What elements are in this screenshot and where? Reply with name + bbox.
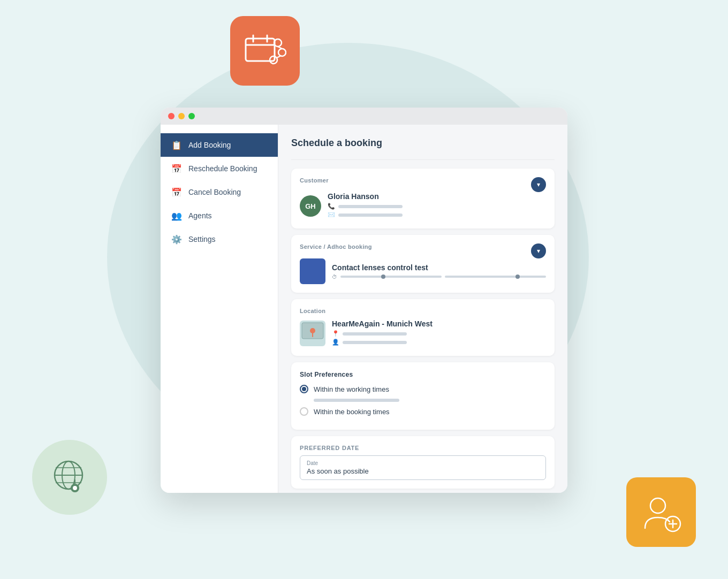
globe-card — [32, 440, 107, 515]
date-field-label: Date — [307, 460, 539, 466]
add-booking-icon: 📋 — [171, 140, 182, 150]
email-info-line — [338, 214, 403, 217]
sidebar-item-label-cancel: Cancel Booking — [188, 188, 241, 196]
customer-info: Gloria Hanson 📞 ✉️ — [328, 192, 546, 220]
slot-booking-times-label: Within the booking times — [314, 408, 390, 416]
preferred-date-section-label: PREFERRED DATE — [300, 445, 546, 451]
divider — [291, 159, 555, 160]
slider-bar-1 — [340, 276, 442, 278]
phone-info-line — [338, 205, 403, 208]
location-extra-row: 👤 — [332, 339, 433, 346]
main-content: Schedule a booking Customer ▾ GH Gloria … — [278, 125, 567, 493]
slider-icon: ⏱ — [332, 274, 337, 280]
svg-point-22 — [310, 328, 315, 333]
date-field-value: As soon as possible — [307, 467, 539, 475]
slot-preferences-card: Slot Preferences Within the working time… — [291, 362, 555, 430]
working-times-sub-line — [314, 399, 399, 402]
location-address-row: 📍 — [332, 330, 433, 337]
slider-thumb-1 — [381, 275, 385, 279]
location-info: HearMeAgain - Munich West 📍 👤 — [332, 319, 433, 347]
customer-section-label: Customer — [300, 177, 329, 184]
page-title: Schedule a booking — [291, 138, 555, 149]
location-row: HearMeAgain - Munich West 📍 👤 — [300, 319, 546, 347]
email-icon: ✉️ — [328, 211, 335, 218]
phone-icon: 📞 — [328, 203, 335, 210]
slider-thumb-2 — [515, 275, 520, 279]
maximize-button[interactable] — [188, 113, 195, 119]
customer-dropdown-button[interactable]: ▾ — [531, 177, 546, 192]
customer-email-row: ✉️ — [328, 211, 546, 218]
date-input[interactable]: Date As soon as possible — [300, 455, 546, 480]
location-person-icon: 👤 — [332, 339, 339, 346]
sidebar-item-add-booking[interactable]: 📋 Add Booking — [161, 133, 278, 157]
slot-working-times-label: Within the working times — [314, 385, 389, 393]
service-card: Service / Adhoc booking ▾ Contact lenses… — [291, 235, 555, 293]
slot-preferences-label: Slot Preferences — [300, 371, 546, 378]
service-info: Contact lenses control test ⏱ — [332, 263, 546, 280]
service-name: Contact lenses control test — [332, 263, 546, 272]
sidebar-item-label-agents: Agents — [188, 211, 212, 220]
svg-line-7 — [278, 47, 282, 49]
location-map-thumbnail — [300, 321, 325, 346]
radio-booking-times[interactable] — [300, 407, 308, 416]
app-window: 📋 Add Booking 📅 Reschedule Booking 📅 Can… — [161, 108, 567, 493]
service-row: Contact lenses control test ⏱ — [300, 258, 546, 284]
sidebar-item-label-reschedule: Reschedule Booking — [188, 164, 257, 173]
customer-row: GH Gloria Hanson 📞 ✉️ — [300, 192, 546, 220]
title-bar — [161, 108, 567, 125]
agents-icon: 👥 — [171, 210, 182, 221]
settings-icon: ⚙️ — [171, 234, 182, 245]
sidebar-item-label-add-booking: Add Booking — [188, 141, 231, 149]
sidebar: 📋 Add Booking 📅 Reschedule Booking 📅 Can… — [161, 125, 278, 493]
radio-working-times[interactable] — [300, 385, 308, 393]
svg-point-16 — [73, 486, 77, 490]
svg-point-17 — [650, 498, 665, 513]
slot-option-working-times[interactable]: Within the working times — [300, 385, 546, 393]
service-dropdown-button[interactable]: ▾ — [531, 243, 546, 258]
minimize-button[interactable] — [178, 113, 185, 119]
sidebar-item-reschedule-booking[interactable]: 📅 Reschedule Booking — [161, 157, 278, 180]
location-section-label: Location — [300, 308, 546, 314]
reschedule-booking-icon: 📅 — [171, 163, 182, 174]
customer-name: Gloria Hanson — [328, 192, 546, 201]
sidebar-item-label-settings: Settings — [188, 235, 216, 243]
location-address-line — [343, 332, 407, 336]
slider-bar-2 — [445, 276, 546, 278]
service-thumbnail — [300, 258, 325, 284]
location-name: HearMeAgain - Munich West — [332, 319, 433, 328]
location-card: Location HearMeAgain - Munich West 📍 — [291, 299, 555, 356]
svg-point-5 — [278, 49, 286, 56]
sidebar-item-agents[interactable]: 👥 Agents — [161, 204, 278, 227]
app-body: 📋 Add Booking 📅 Reschedule Booking 📅 Can… — [161, 125, 567, 493]
preferred-date-card: PREFERRED DATE Date As soon as possible — [291, 436, 555, 489]
location-pin-icon: 📍 — [332, 330, 339, 337]
customer-card: Customer ▾ GH Gloria Hanson 📞 ✉️ — [291, 169, 555, 228]
customer-avatar: GH — [300, 195, 321, 217]
service-slider-row: ⏱ — [332, 274, 546, 280]
slot-option-booking-times[interactable]: Within the booking times — [300, 407, 546, 416]
svg-line-8 — [277, 56, 281, 58]
location-extra-line — [343, 341, 407, 344]
calendar-share-card — [230, 16, 300, 86]
service-section-label: Service / Adhoc booking — [300, 243, 372, 250]
cancel-booking-icon: 📅 — [171, 187, 182, 197]
sidebar-item-settings[interactable]: ⚙️ Settings — [161, 227, 278, 251]
close-button[interactable] — [168, 113, 175, 119]
sidebar-item-cancel-booking[interactable]: 📅 Cancel Booking — [161, 180, 278, 204]
add-person-card — [626, 477, 696, 547]
customer-phone-row: 📞 — [328, 203, 546, 210]
